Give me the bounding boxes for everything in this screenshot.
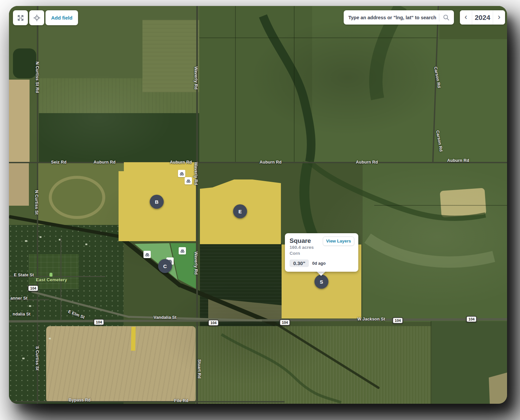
- field-popup[interactable]: Square 160.4 acres Corn 0.30" 0d ago Vie…: [285, 233, 358, 272]
- road-label: N Curtiss St: [34, 190, 39, 215]
- road-label: Waverly Rd: [194, 251, 198, 275]
- add-field-button[interactable]: Add field: [45, 10, 78, 25]
- road-label: Auburn Rd: [94, 160, 116, 165]
- binoculars-icon[interactable]: [178, 170, 185, 177]
- year-next-button[interactable]: ›: [493, 10, 505, 25]
- road-label: Seiz Rd: [51, 160, 67, 165]
- road-label: anner St: [10, 296, 28, 301]
- locate-icon: [33, 14, 41, 22]
- road-label: Auburn Rd: [260, 160, 282, 165]
- road-label: Bypass Rd: [69, 398, 91, 402]
- fullscreen-button[interactable]: [13, 10, 28, 25]
- add-field-label: Add field: [51, 15, 72, 21]
- parcel-line: [199, 37, 438, 38]
- house: [22, 358, 25, 359]
- house: [25, 240, 27, 242]
- view-layers-label: View Layers: [326, 239, 351, 244]
- locate-button[interactable]: [29, 10, 44, 25]
- house: [49, 338, 51, 339]
- popup-field-crop: Corn: [290, 250, 354, 256]
- year-value: 2024: [472, 10, 493, 25]
- route-shield: 104: [208, 320, 219, 326]
- road-label: ndalia St: [13, 312, 31, 316]
- cemetery-icon: [49, 273, 52, 277]
- fullscreen-icon: [17, 14, 24, 22]
- search-divider: [439, 14, 439, 22]
- poi-label: East Cemetery: [36, 277, 67, 282]
- field-marker-c[interactable]: C: [158, 259, 172, 273]
- road-label: Vandalia St: [154, 315, 177, 320]
- road-label: File Rd: [174, 398, 188, 403]
- road-label: N Curtiss St Rd: [35, 62, 40, 93]
- road-label: Waverly Rd: [194, 66, 198, 90]
- route-shield: 104: [28, 285, 39, 292]
- binoculars-icon[interactable]: [179, 247, 186, 254]
- map-canvas[interactable]: Seiz RdAuburn RdAuburn RdAuburn RdAuburn…: [9, 6, 507, 404]
- parcel-line: [235, 6, 236, 163]
- road-bypass-file: [9, 401, 285, 402]
- route-shield: 104: [94, 319, 104, 325]
- route-shield: 104: [392, 317, 403, 324]
- field-marker-b[interactable]: B: [150, 195, 164, 209]
- year-navigator[interactable]: ‹ 2024 ›: [460, 10, 505, 25]
- view-layers-button[interactable]: View Layers: [323, 237, 354, 246]
- search-box[interactable]: [344, 10, 454, 25]
- road-waverly-stuart: [196, 6, 198, 404]
- road-auburn: [9, 162, 507, 163]
- route-shield: 104: [280, 319, 290, 326]
- road-label: E State St: [14, 273, 34, 277]
- field-marker-s[interactable]: S: [314, 275, 328, 289]
- search-icon[interactable]: [443, 14, 450, 21]
- binoculars-icon[interactable]: [185, 177, 192, 184]
- field-marker-e[interactable]: E: [233, 204, 247, 218]
- parcel-line: [294, 6, 295, 163]
- binoculars-icon[interactable]: [143, 251, 151, 258]
- road-label: Auburn Rd: [356, 160, 378, 165]
- search-input[interactable]: [348, 15, 438, 21]
- house: [29, 305, 31, 307]
- road-label: Stuart Rd: [197, 359, 202, 379]
- road-label: S Curtiss St: [35, 346, 40, 370]
- house: [40, 236, 42, 238]
- year-prev-button[interactable]: ‹: [460, 10, 472, 25]
- road-label: Auburn Rd: [170, 160, 192, 165]
- road-label: W Jackson St: [357, 317, 385, 321]
- rainfall-badge: 0.30": [290, 259, 309, 267]
- route-shield: 104: [466, 316, 477, 322]
- house: [85, 244, 87, 245]
- road-label: Waverly Rd: [194, 162, 198, 185]
- rainfall-time: 0d ago: [312, 261, 325, 266]
- parcel-line: [374, 205, 507, 206]
- parcel-line: [431, 321, 431, 404]
- road-label: Auburn Rd: [447, 158, 469, 163]
